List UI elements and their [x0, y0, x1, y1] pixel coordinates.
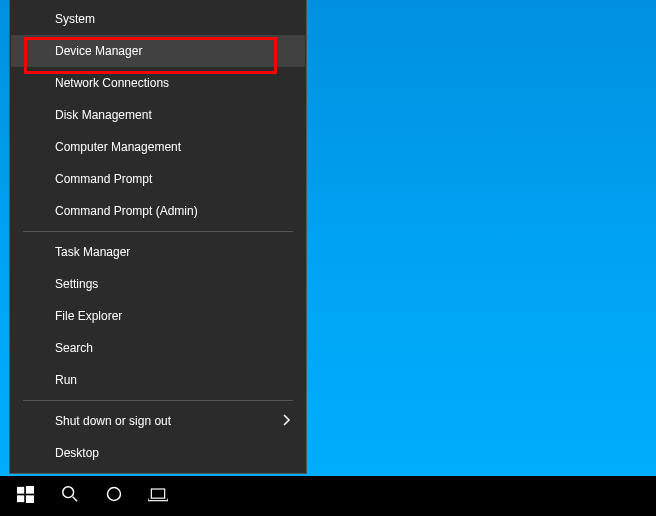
menu-label: Task Manager — [55, 245, 130, 259]
cortana-circle-icon — [105, 485, 123, 507]
svg-line-6 — [73, 497, 78, 502]
menu-item-system[interactable]: System — [11, 3, 305, 35]
menu-separator — [23, 231, 293, 232]
menu-label: Desktop — [55, 446, 99, 460]
menu-item-settings[interactable]: Settings — [11, 268, 305, 300]
menu-item-disk-management[interactable]: Disk Management — [11, 99, 305, 131]
menu-item-search[interactable]: Search — [11, 332, 305, 364]
menu-label: Settings — [55, 277, 98, 291]
winx-context-menu: System Device Manager Network Connection… — [9, 0, 307, 474]
search-icon — [61, 485, 79, 507]
menu-item-command-prompt[interactable]: Command Prompt — [11, 163, 305, 195]
svg-point-7 — [108, 488, 121, 501]
chevron-right-icon — [283, 414, 291, 429]
menu-item-run[interactable]: Run — [11, 364, 305, 396]
menu-label: Disk Management — [55, 108, 152, 122]
search-button[interactable] — [49, 476, 91, 516]
svg-rect-2 — [25, 486, 33, 494]
task-view-button[interactable] — [137, 476, 179, 516]
taskbar — [0, 476, 656, 516]
task-view-icon — [148, 486, 168, 506]
svg-rect-1 — [17, 486, 24, 493]
menu-item-shutdown-signout[interactable]: Shut down or sign out — [11, 405, 305, 437]
svg-rect-8 — [151, 489, 164, 498]
menu-item-file-explorer[interactable]: File Explorer — [11, 300, 305, 332]
svg-rect-4 — [25, 495, 33, 503]
menu-item-task-manager[interactable]: Task Manager — [11, 236, 305, 268]
desktop-screen: System Device Manager Network Connection… — [0, 0, 656, 516]
menu-label: Command Prompt — [55, 172, 152, 186]
menu-label: Network Connections — [55, 76, 169, 90]
menu-label: Command Prompt (Admin) — [55, 204, 198, 218]
menu-item-device-manager[interactable]: Device Manager — [11, 35, 305, 67]
menu-separator — [23, 400, 293, 401]
menu-item-computer-management[interactable]: Computer Management — [11, 131, 305, 163]
svg-point-5 — [63, 487, 74, 498]
cortana-button[interactable] — [93, 476, 135, 516]
menu-label: System — [55, 12, 95, 26]
windows-logo-icon — [17, 486, 34, 507]
menu-label: Run — [55, 373, 77, 387]
svg-rect-3 — [17, 495, 24, 502]
menu-item-network-connections[interactable]: Network Connections — [11, 67, 305, 99]
start-button[interactable] — [3, 476, 47, 516]
menu-item-command-prompt-admin[interactable]: Command Prompt (Admin) — [11, 195, 305, 227]
menu-label: Computer Management — [55, 140, 181, 154]
menu-label: Shut down or sign out — [55, 414, 171, 428]
menu-label: Search — [55, 341, 93, 355]
menu-label: Device Manager — [55, 44, 142, 58]
menu-item-desktop[interactable]: Desktop — [11, 437, 305, 469]
menu-label: File Explorer — [55, 309, 122, 323]
